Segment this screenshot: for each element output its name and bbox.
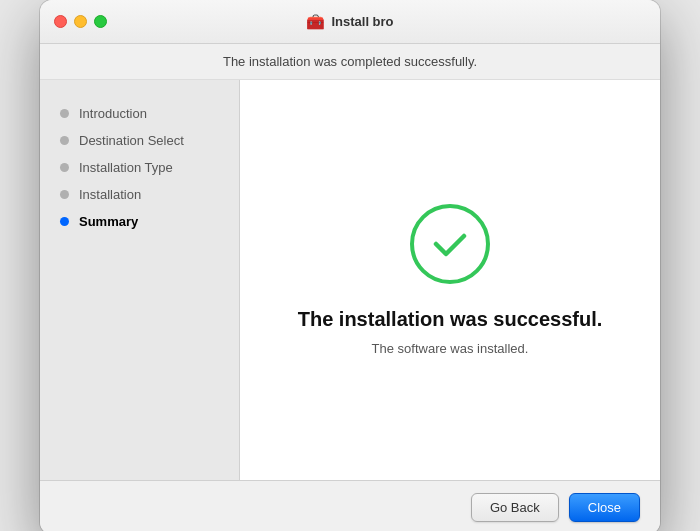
sidebar-dot-summary — [60, 217, 69, 226]
success-title: The installation was successful. — [298, 308, 603, 331]
success-icon-circle — [410, 204, 490, 284]
sidebar-dot-installation-type — [60, 163, 69, 172]
close-button[interactable]: Close — [569, 493, 640, 522]
installer-window: 🧰 Install bro The installation was compl… — [40, 0, 660, 531]
go-back-button[interactable]: Go Back — [471, 493, 559, 522]
success-subtitle: The software was installed. — [372, 341, 529, 356]
sidebar-dot-introduction — [60, 109, 69, 118]
status-bar: The installation was completed successfu… — [40, 44, 660, 80]
sidebar-label-summary: Summary — [79, 214, 138, 229]
sidebar: Introduction Destination Select Installa… — [40, 80, 240, 480]
traffic-lights — [54, 15, 107, 28]
sidebar-label-introduction: Introduction — [79, 106, 147, 121]
sidebar-label-installation: Installation — [79, 187, 141, 202]
sidebar-item-summary[interactable]: Summary — [40, 208, 239, 235]
titlebar: 🧰 Install bro — [40, 0, 660, 44]
sidebar-item-introduction[interactable]: Introduction — [40, 100, 239, 127]
title-emoji: 🧰 — [306, 13, 325, 31]
maximize-window-button[interactable] — [94, 15, 107, 28]
sidebar-item-destination-select[interactable]: Destination Select — [40, 127, 239, 154]
close-window-button[interactable] — [54, 15, 67, 28]
main-panel: The installation was successful. The sof… — [240, 80, 660, 480]
content-area: Introduction Destination Select Installa… — [40, 80, 660, 480]
sidebar-dot-destination-select — [60, 136, 69, 145]
sidebar-item-installation-type[interactable]: Installation Type — [40, 154, 239, 181]
status-text: The installation was completed successfu… — [223, 54, 477, 69]
sidebar-label-destination-select: Destination Select — [79, 133, 184, 148]
sidebar-item-installation[interactable]: Installation — [40, 181, 239, 208]
title-text: Install bro — [331, 14, 393, 29]
sidebar-label-installation-type: Installation Type — [79, 160, 173, 175]
checkmark-icon — [428, 222, 472, 266]
sidebar-dot-installation — [60, 190, 69, 199]
minimize-window-button[interactable] — [74, 15, 87, 28]
window-title: 🧰 Install bro — [306, 13, 393, 31]
footer: Go Back Close — [40, 480, 660, 531]
